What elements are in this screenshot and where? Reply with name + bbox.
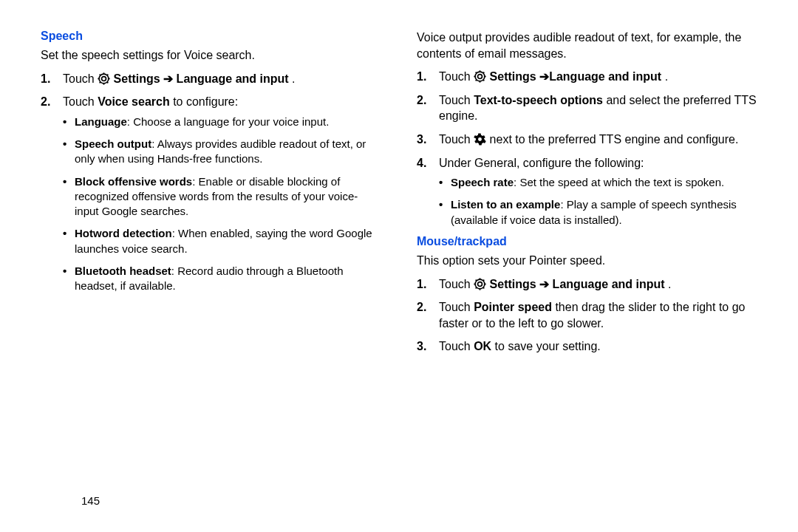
step: Touch OK to save your setting.: [417, 338, 757, 355]
bullet-bold: Language: [75, 115, 127, 128]
step-rest: to configure:: [173, 95, 238, 108]
settings-icon: [474, 278, 486, 290]
page-content: Speech Set the speech settings for Voice…: [0, 0, 798, 362]
settings-icon: [98, 72, 110, 85]
step-rest: next to the preferred TTS engine and con…: [490, 133, 739, 146]
svg-line-19: [483, 72, 484, 73]
right-column: Voice output provides audible readout of…: [417, 30, 757, 362]
step-rest: to save your setting.: [495, 340, 601, 352]
svg-point-1: [102, 76, 106, 81]
step-text: Touch: [439, 70, 474, 83]
step: Touch Voice search to configure: Languag…: [41, 94, 381, 293]
step: Touch Settings ➔Language and input .: [417, 69, 757, 85]
step: Touch Text-to-speech options and select …: [417, 92, 757, 124]
svg-line-17: [483, 80, 484, 81]
bold-term: Text-to-speech options: [474, 94, 603, 106]
step-end: .: [665, 70, 668, 83]
step-text: Touch: [439, 133, 474, 146]
step-end: .: [292, 72, 295, 85]
heading-mouse-trackpad: Mouse/trackpad: [417, 235, 757, 248]
svg-line-9: [107, 74, 108, 75]
step-text: Touch: [439, 340, 474, 352]
left-column: Speech Set the speech settings for Voice…: [41, 30, 381, 362]
arrow-path: ➔ Language and input: [539, 278, 664, 290]
step: Under General, configure the following: …: [417, 155, 757, 228]
arrow-path: ➔Language and input: [539, 70, 661, 83]
voice-search-options: Language: Choose a language for your voi…: [63, 115, 381, 294]
list-item: Block offensive words: Enable or disable…: [63, 174, 381, 219]
step: Touch Settings ➔ Language and input .: [41, 71, 381, 87]
voice-output-intro: Voice output provides audible readout of…: [417, 30, 757, 61]
bullet-bold: Speech rate: [451, 176, 514, 188]
intro-mouse-trackpad: This option sets your Pointer speed.: [417, 253, 757, 269]
step-text: Under General, configure the following:: [439, 157, 644, 169]
list-item: Listen to an example: Play a sample of s…: [439, 197, 757, 228]
svg-line-28: [476, 287, 477, 287]
step: Touch Pointer speed then drag the slider…: [417, 299, 757, 331]
list-item: Speech rate: Set the speed at which the …: [439, 175, 757, 190]
svg-line-29: [483, 279, 484, 280]
step: Touch Settings ➔ Language and input .: [417, 276, 757, 293]
step-text: Touch: [439, 278, 474, 290]
svg-line-6: [100, 74, 100, 75]
bullet-bold: Speech output: [75, 137, 151, 150]
speech-steps: Touch Settings ➔ Language and input . To…: [41, 71, 381, 294]
bold-settings: Settings: [490, 70, 536, 83]
intro-speech: Set the speech settings for Voice search…: [41, 47, 381, 64]
list-item: Speech output: Always provides audible r…: [63, 137, 381, 167]
mouse-steps: Touch Settings ➔ Language and input . To…: [417, 276, 757, 355]
step-end: .: [668, 278, 671, 290]
bullet-bold: Block offensive words: [75, 175, 192, 188]
bold-term: Pointer speed: [474, 301, 552, 313]
step-text: Touch: [439, 301, 474, 313]
bold-term: OK: [474, 340, 491, 352]
list-item: Hotword detection: When enabled, saying …: [63, 226, 381, 256]
svg-point-11: [478, 75, 482, 79]
list-item: Bluetooth headset: Record audio through …: [63, 264, 381, 294]
step: Touch next to the preferred TTS engine a…: [417, 132, 757, 148]
bold-settings: Settings: [114, 72, 160, 85]
heading-speech: Speech: [41, 30, 381, 43]
svg-line-26: [476, 279, 477, 280]
bullet-bold: Bluetooth headset: [75, 265, 171, 277]
step-text: Touch: [63, 95, 98, 108]
svg-point-21: [478, 282, 482, 286]
svg-line-7: [107, 81, 108, 82]
bullet-rest: : Choose a language for your voice input…: [127, 115, 330, 128]
bold-term: Voice search: [98, 95, 170, 108]
svg-line-27: [483, 287, 484, 287]
gear-icon: [474, 133, 486, 146]
list-item: Language: Choose a language for your voi…: [63, 115, 381, 129]
bullet-rest: : Set the speed at which the text is spo…: [514, 176, 724, 188]
step-text: Touch: [63, 72, 98, 85]
settings-icon: [474, 70, 486, 83]
bullet-bold: Hotword detection: [75, 227, 172, 239]
page-number: 145: [81, 494, 100, 507]
bold-settings: Settings: [490, 278, 536, 290]
bullet-bold: Listen to an example: [451, 198, 560, 211]
arrow-path: ➔ Language and input: [163, 72, 288, 85]
tts-steps: Touch Settings ➔Language and input . Tou…: [417, 69, 757, 228]
svg-line-8: [100, 81, 100, 82]
svg-line-18: [476, 80, 477, 81]
step-text: Touch: [439, 94, 474, 106]
svg-line-16: [476, 72, 477, 73]
general-options: Speech rate: Set the speed at which the …: [439, 175, 757, 228]
